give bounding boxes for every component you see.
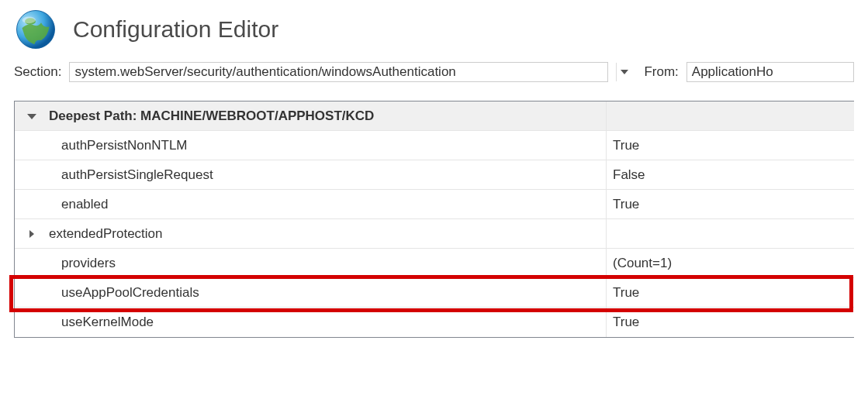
grid-row[interactable]: authPersistSingleRequest False — [15, 160, 854, 190]
property-name: extendedProtection — [49, 226, 606, 242]
property-value[interactable]: False — [606, 160, 854, 189]
page-title: Configuration Editor — [73, 16, 278, 43]
expand-icon[interactable] — [29, 230, 34, 238]
globe-icon — [14, 8, 57, 51]
grid-row[interactable]: authPersistNonNTLM True — [15, 131, 854, 160]
property-name: useKernelMode — [49, 315, 606, 330]
grid-row[interactable]: useAppPoolCredentials True — [15, 278, 854, 308]
property-grid: Deepest Path: MACHINE/WEBROOT/APPHOST/KC… — [14, 101, 854, 338]
property-name: authPersistSingleRequest — [49, 167, 606, 183]
collapse-icon[interactable] — [27, 114, 36, 119]
section-label: Section: — [14, 64, 61, 80]
grid-row[interactable]: providers (Count=1) — [15, 249, 854, 278]
grid-header-row[interactable]: Deepest Path: MACHINE/WEBROOT/APPHOST/KC… — [15, 101, 854, 131]
section-dropdown-arrow[interactable] — [616, 63, 631, 81]
property-name: providers — [49, 256, 606, 271]
property-name: useAppPoolCredentials — [49, 285, 606, 301]
property-name: authPersistNonNTLM — [49, 138, 606, 153]
property-value[interactable]: True — [606, 278, 854, 307]
grid-row[interactable]: extendedProtection — [15, 219, 854, 249]
property-value[interactable]: (Count=1) — [606, 249, 854, 277]
grid-row[interactable]: enabled True — [15, 190, 854, 219]
grid-row[interactable]: useKernelMode True — [15, 308, 854, 337]
property-name: enabled — [49, 197, 606, 212]
property-value[interactable]: True — [606, 190, 854, 218]
header-path: MACHINE/WEBROOT/APPHOST/KCD — [140, 108, 374, 123]
header-prefix: Deepest Path: — [49, 108, 140, 123]
svg-point-2 — [22, 16, 36, 23]
section-input[interactable] — [69, 62, 608, 82]
from-label: From: — [644, 64, 678, 80]
property-value[interactable]: True — [606, 308, 854, 337]
property-value[interactable] — [606, 219, 854, 248]
from-input[interactable]: ApplicationHo — [686, 62, 854, 82]
property-value[interactable]: True — [606, 131, 854, 160]
